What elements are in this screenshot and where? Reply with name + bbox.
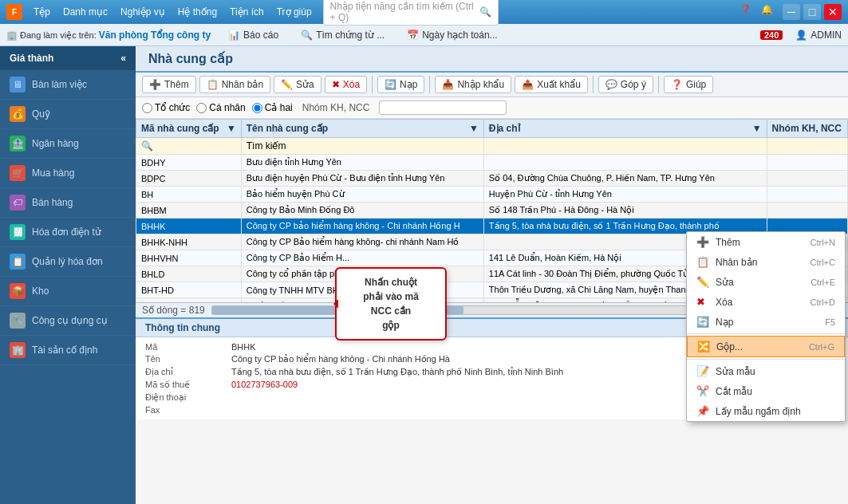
nhanban-button[interactable]: 📋 Nhân bản (199, 76, 270, 93)
nhapkhau-label: Nhập khẩu (457, 79, 504, 90)
col-nhom-label: Nhóm KH, NCC (772, 123, 842, 134)
banhang-icon: 🏷 (10, 195, 26, 211)
nhapkhau-button[interactable]: 📥 Nhập khẩu (435, 76, 511, 93)
ctx-xoa-label: Xóa (716, 297, 732, 308)
baocao-label: Báo cáo (243, 30, 278, 41)
them-label: Thêm (164, 79, 189, 90)
minimize-button[interactable]: ─ (783, 4, 800, 20)
menu-trogiup[interactable]: Trợ giúp (272, 5, 317, 19)
banlam-icon: 🖥 (10, 77, 26, 93)
global-search[interactable]: Nhập tiện năng cần tìm kiếm (Ctrl + Q) 🔍 (323, 0, 499, 26)
ctx-xoa[interactable]: ✖ Xóa Ctrl+D (687, 292, 845, 312)
filter-canhan-radio[interactable] (196, 103, 207, 113)
gopy-icon: 💬 (605, 79, 617, 90)
sidebar-item-banlam[interactable]: 🖥 Bàn làm việc (0, 70, 136, 100)
ctx-nap[interactable]: 🔄 Nạp F5 (687, 312, 845, 332)
notification-badge[interactable]: 240 (760, 30, 783, 40)
quy-icon: 💰 (10, 106, 26, 122)
giup-button[interactable]: ❓ Giúp (664, 76, 713, 93)
them-button[interactable]: ➕ Thêm (142, 76, 196, 93)
menu-tienich[interactable]: Tiện ích (225, 5, 269, 19)
sidebar-item-taisancodinh[interactable]: 🏢 Tài sản cố định (0, 336, 136, 365)
table-row[interactable]: BHBM Công ty Bảo Minh Đống Đô Số 148 Trầ… (136, 203, 848, 219)
row-ma: BHLD (136, 266, 242, 282)
filter-canhan[interactable]: Cá nhân (196, 102, 245, 113)
admin-info: 👤 ADMIN (795, 30, 842, 41)
menu-nghiepvu[interactable]: Nghiệp vụ (116, 5, 170, 19)
ctx-sua-shortcut: Ctrl+E (811, 278, 835, 287)
col-ma-label: Mã nhà cung cấp (141, 123, 219, 134)
filter-tochuc[interactable]: Tổ chức (142, 102, 190, 113)
sidebar-item-banlam-label: Bàn làm việc (32, 79, 87, 90)
sidebar-collapse-icon[interactable]: « (120, 53, 126, 64)
ctx-catmau[interactable]: ✂️ Cắt mẫu (687, 381, 845, 401)
sidebar-item-congcu[interactable]: 🔧 Công cụ dụng cụ (0, 306, 136, 336)
row-ma: BH (136, 187, 242, 203)
table-row[interactable]: BDHY Bưu điện tỉnh Hưng Yên (136, 155, 848, 171)
xoa-icon: ✖ (332, 79, 340, 90)
search-filter-icon[interactable]: 🔍 (141, 140, 153, 152)
xoa-label: Xóa (343, 79, 360, 90)
sidebar-item-kho[interactable]: 📦 Kho (0, 277, 136, 306)
nhom-label: Nhóm KH, NCC (302, 102, 370, 113)
filter-tochuc-radio[interactable] (142, 103, 152, 113)
ctx-laymau[interactable]: 📌 Lấy mẫu ngầm định (687, 401, 845, 421)
sidebar-item-muahang[interactable]: 🛒 Mua hàng (0, 159, 136, 188)
workspace-name: Văn phòng Tổng công ty (99, 30, 211, 41)
sidebar-item-kho-label: Kho (32, 285, 49, 297)
notifications-icon[interactable]: 🔔 (761, 4, 773, 20)
table-row[interactable]: BDPC Bưu điện huyện Phù Cừ - Bưu điện tỉ… (136, 171, 848, 187)
filter-cahai-radio[interactable] (252, 103, 262, 113)
row-ten: Bảo hiểm huyện Phù Cừ (241, 187, 483, 203)
ctx-nhanban-shortcut: Ctrl+C (811, 258, 835, 267)
ctx-suamau-label: Sửa mẫu (716, 366, 755, 377)
ctx-them[interactable]: ➕ Thêm Ctrl+N (687, 232, 845, 252)
col-diachi-filter-icon[interactable]: ▼ (752, 123, 762, 134)
row-diachi: Huyện Phù Cừ - tỉnh Hưng Yên (483, 187, 767, 203)
close-button[interactable]: ✕ (824, 4, 842, 20)
ctx-sua[interactable]: ✏️ Sửa Ctrl+E (687, 272, 845, 292)
xuatkhau-button[interactable]: 📤 Xuất khẩu (515, 76, 588, 93)
action-toolbar: ➕ Thêm 📋 Nhân bản ✏️ Sửa ✖ Xóa 🔄 Nạp (136, 73, 848, 97)
maximize-button[interactable]: □ (803, 4, 821, 20)
search-diachi-cell (483, 138, 767, 155)
filter-tochuc-label: Tổ chức (155, 102, 190, 113)
help-icon[interactable]: ❓ (740, 4, 751, 20)
menu-hethong[interactable]: Hệ thống (173, 5, 222, 19)
app-logo: F (6, 4, 22, 20)
menu-tep[interactable]: Tệp (29, 5, 55, 19)
ngayhachtoan-icon: 📅 (407, 30, 419, 41)
ctx-gop[interactable]: 🔀 Gộp... Ctrl+G (687, 336, 845, 357)
toolbar-timchungtu[interactable]: 🔍 Tìm chứng từ ... (296, 28, 389, 42)
detail-ten-label: Tên (145, 354, 225, 364)
row-ten: Bưu điện tỉnh Hưng Yên (241, 155, 483, 171)
toolbar-ngayhachtoan[interactable]: 📅 Ngày hạch toán... (402, 28, 502, 42)
table-row[interactable]: BH Bảo hiểm huyện Phù Cừ Huyện Phù Cừ - … (136, 187, 848, 203)
gopy-button[interactable]: 💬 Góp ý (598, 76, 653, 93)
ctx-suamau[interactable]: 📝 Sửa mẫu (687, 361, 845, 381)
sidebar-item-quanlyhoadon[interactable]: 📋 Quản lý hóa đơn (0, 247, 136, 277)
sidebar-item-quy[interactable]: 💰 Quỹ (0, 100, 136, 129)
separator-2 (429, 76, 430, 93)
ctx-laymau-icon: 📌 (696, 405, 711, 417)
toolbar-baocao[interactable]: 📊 Báo cáo (223, 28, 283, 42)
sidebar-item-nganhang[interactable]: 🏦 Ngân hàng (0, 129, 136, 159)
detail-diachi-label: Địa chỉ (145, 367, 225, 377)
ngayhachtoan-label: Ngày hạch toán... (422, 30, 497, 41)
sidebar-item-quanlyhoadon-label: Quản lý hóa đơn (32, 256, 103, 267)
row-diachi: Số 04, Đường Chùa Chuông, P. Hiến Nam, T… (483, 171, 767, 187)
nap-button[interactable]: 🔄 Nạp (377, 76, 424, 93)
nhom-input[interactable] (379, 100, 507, 115)
menu-danhmuc[interactable]: Danh mục (58, 5, 112, 19)
sidebar-item-banhang[interactable]: 🏷 Bán hàng (0, 188, 136, 218)
col-ten-filter-icon[interactable]: ▼ (469, 123, 479, 134)
xoa-button[interactable]: ✖ Xóa (325, 76, 367, 93)
filter-row: Tổ chức Cá nhân Cả hai Nhóm KH, NCC (136, 97, 848, 119)
sidebar-item-hoadondientu[interactable]: 🧾 Hóa đơn điện tử (0, 218, 136, 247)
sua-button[interactable]: ✏️ Sửa (274, 76, 321, 93)
filter-cahai[interactable]: Cả hai (252, 102, 293, 113)
menu-bar[interactable]: Tệp Danh mục Nghiệp vụ Hệ thống Tiện ích… (29, 5, 317, 19)
ctx-nhanban[interactable]: 📋 Nhân bản Ctrl+C (687, 252, 845, 272)
col-ma-filter-icon[interactable]: ▼ (227, 123, 236, 134)
window-controls[interactable]: ❓ 🔔 ─ □ ✕ (740, 4, 842, 20)
